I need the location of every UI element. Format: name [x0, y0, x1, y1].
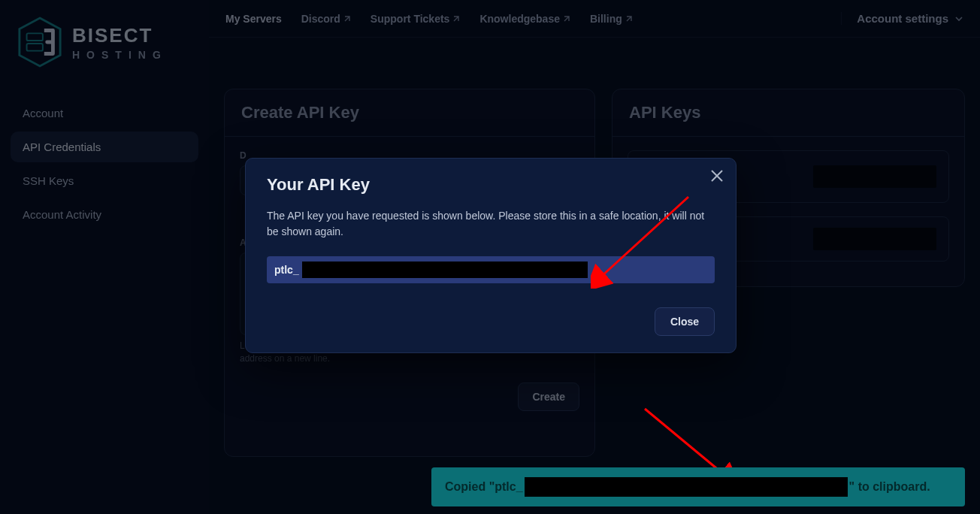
api-key-prefix: ptlc_ — [274, 264, 299, 276]
close-icon[interactable] — [709, 168, 725, 184]
toast-prefix: Copied "ptlc_ — [445, 480, 523, 494]
redacted-block — [525, 477, 848, 497]
toast-suffix: " to clipboard. — [849, 480, 930, 494]
api-key-modal: Your API Key The API key you have reques… — [245, 158, 737, 353]
modal-description: The API key you have requested is shown … — [267, 208, 715, 240]
button-label: Close — [670, 316, 699, 328]
copied-toast: Copied "ptlc_ " to clipboard. — [431, 467, 965, 506]
close-button[interactable]: Close — [655, 307, 715, 336]
modal-title: Your API Key — [267, 175, 715, 195]
redacted-block — [302, 262, 588, 278]
api-key-value-field[interactable]: ptlc_ — [267, 256, 715, 283]
